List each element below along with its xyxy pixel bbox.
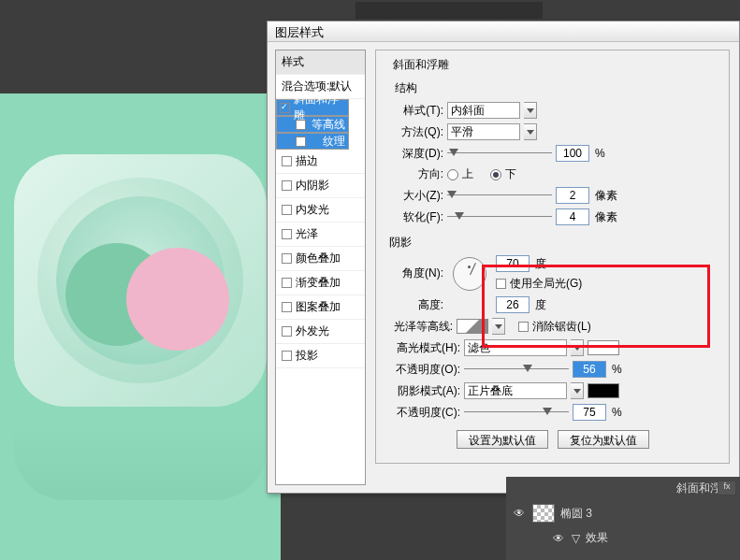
sidebar-inner-glow[interactable]: 内发光 <box>276 198 365 223</box>
sidebar-color-overlay[interactable]: 颜色叠加 <box>276 247 365 271</box>
sh-op-slider[interactable] <box>464 405 569 420</box>
eye-icon[interactable]: 👁 <box>514 507 527 520</box>
global-light-checkbox[interactable] <box>496 279 506 289</box>
sh-mode-select[interactable]: 正片叠底 <box>464 382 567 399</box>
checkbox-icon[interactable] <box>282 302 292 312</box>
sidebar-texture[interactable]: 纹理 <box>276 133 349 150</box>
sidebar-grad-overlay[interactable]: 渐变叠加 <box>276 271 365 295</box>
sidebar-contour[interactable]: 等高线 <box>276 116 349 133</box>
eye-icon[interactable]: 👁 <box>553 532 566 545</box>
depth-unit: % <box>595 147 605 160</box>
soft-label: 软化(F): <box>385 209 443 225</box>
set-default-button[interactable]: 设置为默认值 <box>457 430 548 449</box>
artwork-icon <box>14 154 267 407</box>
dropdown-icon[interactable] <box>571 382 584 399</box>
sidebar-stroke[interactable]: 描边 <box>276 150 365 174</box>
size-label: 大小(Z): <box>385 188 443 204</box>
dropdown-icon[interactable] <box>492 318 505 335</box>
checkbox-icon[interactable] <box>296 136 306 147</box>
style-select[interactable]: 内斜面 <box>447 102 520 119</box>
soft-input[interactable] <box>556 208 589 225</box>
layer-effects-row[interactable]: 👁 ▽ 效果 <box>506 526 740 550</box>
sh-op-input[interactable] <box>573 404 606 421</box>
dir-up-radio[interactable] <box>447 169 458 180</box>
hl-mode-label: 高光模式(H): <box>385 340 460 356</box>
bevel-panel: 斜面和浮雕 结构 样式(T): 内斜面 方法(Q): 平滑 深度(D): % <box>366 42 739 493</box>
checkbox-icon[interactable] <box>282 351 292 361</box>
shade-title: 阴影 <box>389 235 719 251</box>
tech-select[interactable]: 平滑 <box>447 123 520 140</box>
layer-thumbnail[interactable] <box>532 504 555 523</box>
soft-slider[interactable] <box>447 209 552 224</box>
checkbox-icon[interactable] <box>282 205 292 215</box>
layer-row[interactable]: 👁 椭圆 3 <box>506 500 740 526</box>
struct-title: 结构 <box>395 80 719 96</box>
sidebar-satin[interactable]: 光泽 <box>276 223 365 247</box>
checkbox-icon[interactable] <box>282 180 292 191</box>
gloss-contour-picker[interactable] <box>457 319 488 334</box>
sidebar-outer-glow[interactable]: 外发光 <box>276 320 365 344</box>
style-label: 样式(T): <box>385 103 443 119</box>
checkbox-icon[interactable] <box>282 229 292 239</box>
dialog-title[interactable]: 图层样式 <box>268 22 739 42</box>
sidebar-bevel[interactable]: 斜面和浮雕 <box>276 99 349 116</box>
checkbox-icon[interactable] <box>296 120 306 130</box>
angle-label: 角度(N): <box>385 266 443 281</box>
group-title: 斜面和浮雕 <box>389 57 453 73</box>
layer-effect-row[interactable]: 斜面和浮雕 <box>506 477 740 500</box>
hl-mode-select[interactable]: 滤色 <box>464 339 567 356</box>
dropdown-icon[interactable] <box>524 102 537 119</box>
dir-label: 方向: <box>385 166 443 182</box>
reset-default-button[interactable]: 复位为默认值 <box>558 430 649 449</box>
sh-mode-label: 阴影模式(A): <box>385 383 460 399</box>
checkbox-icon[interactable] <box>282 278 292 288</box>
checkbox-icon[interactable] <box>282 326 292 337</box>
dropdown-icon[interactable] <box>571 339 584 356</box>
alt-label: 高度: <box>385 297 443 313</box>
hl-op-slider[interactable] <box>464 362 569 377</box>
sidebar-pat-overlay[interactable]: 图案叠加 <box>276 295 365 320</box>
checkbox-icon[interactable] <box>282 156 292 166</box>
fx-badge[interactable]: fx <box>718 481 736 495</box>
soft-unit: 像素 <box>595 209 617 225</box>
depth-label: 深度(D): <box>385 146 443 162</box>
hl-op-label: 不透明度(O): <box>385 362 460 378</box>
size-unit: 像素 <box>595 188 617 204</box>
depth-slider[interactable] <box>447 146 552 161</box>
alt-input[interactable] <box>496 296 530 313</box>
canvas-area <box>0 93 281 560</box>
sidebar-drop-shadow[interactable]: 投影 <box>276 344 365 368</box>
depth-input[interactable] <box>556 145 589 162</box>
layer-style-dialog: 图层样式 样式 混合选项:默认 斜面和浮雕 等高线 纹理 描边 内阴影 内发光 … <box>267 21 740 494</box>
sidebar-header[interactable]: 样式 <box>276 50 365 75</box>
angle-wheel[interactable] <box>453 257 486 291</box>
hl-color-swatch[interactable] <box>588 340 619 355</box>
size-input[interactable] <box>556 187 589 204</box>
dir-down-radio[interactable] <box>490 169 501 180</box>
dropdown-icon[interactable] <box>524 123 537 140</box>
checkbox-icon[interactable] <box>282 253 292 264</box>
angle-input[interactable] <box>496 255 530 272</box>
checkbox-icon[interactable] <box>280 103 290 113</box>
gloss-label: 光泽等高线: <box>385 319 453 335</box>
sidebar-inner-shadow[interactable]: 内阴影 <box>276 174 365 198</box>
layers-panel: fx 斜面和浮雕 👁 椭圆 3 👁 ▽ 效果 <box>506 477 740 560</box>
style-sidebar: 样式 混合选项:默认 斜面和浮雕 等高线 纹理 描边 内阴影 内发光 光泽 颜色… <box>275 50 366 485</box>
hl-op-input[interactable] <box>573 361 606 378</box>
sh-color-swatch[interactable] <box>588 383 619 398</box>
size-slider[interactable] <box>447 188 552 203</box>
sh-op-label: 不透明度(C): <box>385 405 460 421</box>
tech-label: 方法(Q): <box>385 124 443 140</box>
antialias-checkbox[interactable] <box>518 322 529 332</box>
